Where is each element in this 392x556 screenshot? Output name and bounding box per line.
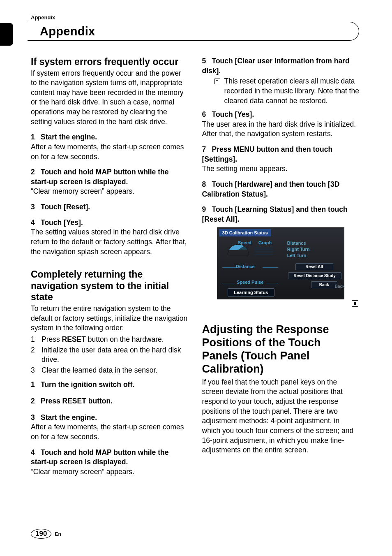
section-heading-errors: If system errors frequently occur [31,56,188,68]
list-item: 3Clear the learned data in the sensor. [31,366,188,375]
step-number: 3 [31,413,41,423]
content-columns: If system errors frequently occur If sys… [31,56,359,482]
step-body: “Clear memory screen” appears. [31,467,188,477]
step-title: Touch [Yes]. [41,218,83,227]
step-heading: 5Touch [Clear user information from hard… [202,56,360,76]
step-heading: 1Start the engine. [31,132,188,142]
label-right-turn: Right Turn [287,246,310,253]
step-title: Touch [Clear user information from hard … [202,57,350,75]
step-title: Touch and hold MAP button while the star… [31,448,168,466]
step-heading: 2Press RESET button. [31,396,188,406]
step-heading: 8Touch [Hardware] and then touch [3D Cal… [202,180,360,199]
label-distance: Distance [287,240,310,246]
right-column: 5Touch [Clear user information from hard… [202,56,360,482]
reset-distance-study-button: Reset Distance Study [288,272,341,279]
step-number: 1 [31,132,41,142]
step-body: The user area in the hard disk drive is … [202,120,360,139]
step-number: 6 [202,110,212,120]
step-heading: 2Touch and hold MAP button while the sta… [31,167,188,187]
step-number: 2 [31,167,41,177]
section-body: If you feel that the touch panel keys on… [202,378,360,455]
step-body: After a few moments, the start-up screen… [31,422,188,442]
step-title: Touch [Yes]. [212,110,254,118]
step-heading: 6Touch [Yes]. [202,110,360,120]
back-label: Back [332,283,347,290]
step-number: 8 [202,180,212,190]
gauge-icon [228,244,249,255]
step-heading: 4Touch and hold MAP button while the sta… [31,448,188,467]
step-heading: 9Touch [Learning Status] and then touch … [202,205,360,224]
running-header: Appendix [31,14,359,21]
language-code: En [55,531,61,537]
list-item: 1Press RESET button on the hardware. [31,335,188,345]
step-number: 9 [202,205,212,215]
label-left-turn: Left Turn [287,253,310,259]
learning-status-button: Learning Status [228,288,274,297]
divider [266,283,278,283]
ordered-list: 1Press RESET button on the hardware. 2In… [31,335,188,375]
reset-all-button: Reset All [295,263,333,270]
page-number: 190 [31,529,51,539]
side-tab [0,23,13,46]
step-number: 4 [31,448,41,458]
note: This reset operation clears all music da… [202,76,360,106]
step-body: The setting menu appears. [202,164,360,174]
step-title: Touch and hold MAP button while the star… [31,168,168,186]
step-title: Start the engine. [41,133,97,141]
divider [263,267,278,268]
page-footer: 190 En [31,529,61,539]
page: Appendix Appendix If system errors frequ… [0,0,392,556]
step-heading: 4Touch [Yes]. [31,218,188,228]
step-number: 3 [31,202,41,212]
step-body: After a few moments, the start-up screen… [31,142,188,162]
step-number: 7 [202,145,212,155]
section-intro: If system errors frequently occur and th… [31,69,188,127]
step-title: Touch [Learning Status] and then touch [… [202,205,348,223]
left-column: If system errors frequently occur If sys… [31,56,188,482]
step-number: 4 [31,218,41,228]
chapter-title: Appendix [31,25,95,38]
section-heading-calibration: Adjusting the Response Positions of the … [202,323,360,375]
step-title: Start the engine. [41,413,97,422]
note-text: This reset operation clears all music da… [224,76,360,106]
graph-icon [254,248,273,255]
step-title: Touch [Reset]. [41,203,90,211]
chapter-banner: Appendix [31,22,359,41]
section-intro: To return the entire navigation system t… [31,304,188,333]
screen-capture: 3D Calibration Status Speed Graph Distan… [217,227,344,299]
divider [222,283,235,283]
step-number: 1 [31,380,41,390]
step-heading: 3Touch [Reset]. [31,202,188,212]
section-end [202,299,359,307]
section-heading-return: Completely returning the navigation syst… [31,269,188,303]
info-list: Distance Right Turn Left Turn [287,240,310,259]
screen-title: 3D Calibration Status [219,229,271,236]
end-mark-icon [352,300,358,307]
label-distance2: Distance [236,264,255,269]
step-number: 2 [31,396,41,406]
list-item: 2Initialize the user data area on the ha… [31,345,188,365]
figure-3d-calibration: 3D Calibration Status Speed Graph Distan… [217,227,344,299]
step-body: The setting values stored in the hard di… [31,227,188,257]
step-heading: 7Press MENU button and then touch [Setti… [202,145,360,164]
note-icon [214,79,220,84]
step-title: Turn the ignition switch off. [41,380,134,389]
step-title: Touch [Hardware] and then touch [3D Cali… [202,180,340,198]
step-heading: 3Start the engine. [31,413,188,423]
step-body: “Clear memory screen” appears. [31,187,188,197]
step-number: 5 [202,56,212,66]
label-graph: Graph [258,240,272,245]
step-heading: 1Turn the ignition switch off. [31,380,188,390]
step-title: Press MENU button and then touch [Settin… [202,145,333,163]
label-speed-pulse: Speed Pulse [234,280,267,285]
step-title: Press RESET button. [41,397,113,405]
